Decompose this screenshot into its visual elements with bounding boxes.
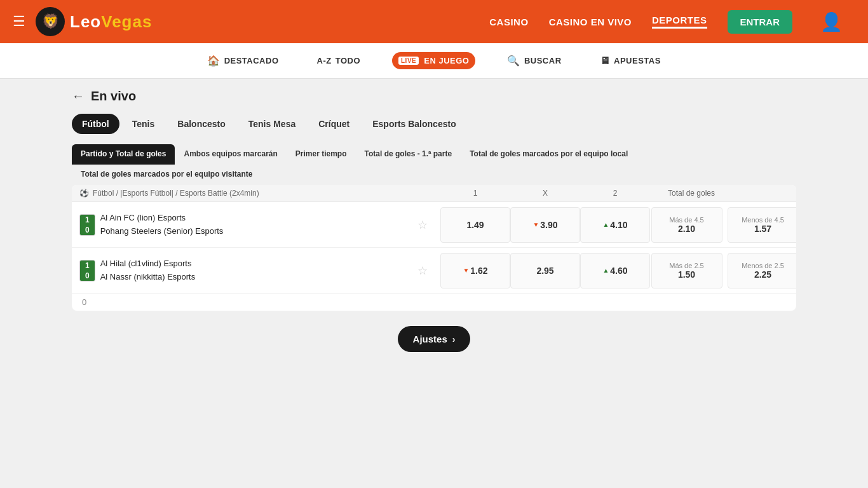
match1-odds-2-cell[interactable]: ▲ 4.10 xyxy=(580,207,650,243)
match1-score-bottom: 0 xyxy=(80,225,95,235)
az-icon: A-Z xyxy=(317,56,332,65)
match1-odds-1-value: 1.49 xyxy=(466,220,484,230)
subnav-label-en-juego: EN JUEGO xyxy=(424,56,469,65)
sport-tabs: Fútbol Tenis Baloncesto Tenis Mesa Críqu… xyxy=(72,114,796,134)
match2-total-mas-label: Más de 2.5 xyxy=(669,262,703,269)
match1-odds-2-arrow: ▲ xyxy=(602,221,609,228)
football-icon: ⚽ xyxy=(79,189,89,198)
match1-total-mas[interactable]: Más de 4.5 2.10 xyxy=(651,207,722,243)
match1-team2: Pohang Steelers (Senior) Esports xyxy=(100,225,407,238)
market-tabs: Partido y Total de goles Ambos equipos m… xyxy=(72,144,796,185)
header-left: ☰ 🦁 LeoVegas xyxy=(13,7,152,36)
page-title: En vivo xyxy=(91,89,136,104)
match2-total-mas-value: 1.50 xyxy=(678,269,695,280)
match1-score-top: 1 xyxy=(80,215,95,225)
nav-deportes[interactable]: DEPORTES xyxy=(652,15,707,29)
match1-odds-x[interactable]: ▼ 3.90 xyxy=(510,207,580,243)
col-header-1: 1 xyxy=(440,189,510,198)
category-row: ⚽ Fútbol / |Esports Fútbol| / Esports Ba… xyxy=(72,185,796,202)
match1-event: 1 0 Al Ain FC (lion) Esports Pohang Stee… xyxy=(72,207,440,243)
menu-icon[interactable]: ☰ xyxy=(13,13,25,30)
subnav-item-apuestas[interactable]: 🖥 APUESTAS xyxy=(593,51,667,71)
match1-odds-x-cell[interactable]: ▼ 3.90 xyxy=(510,207,580,243)
sport-tab-criquet[interactable]: Críquet xyxy=(308,114,360,134)
subnav-item-destacado[interactable]: 🏠 DESTACADO xyxy=(201,51,285,71)
bet-table: ⚽ Fútbol / |Esports Fútbol| / Esports Ba… xyxy=(72,185,796,311)
match1-total-menos[interactable]: Menos de 4.5 1.57 xyxy=(728,207,797,243)
match2-odds-x[interactable]: 2.95 xyxy=(510,253,580,288)
nav-casino-en-vivo[interactable]: CASINO EN VIVO xyxy=(549,17,632,27)
sport-tab-baloncesto[interactable]: Baloncesto xyxy=(167,114,235,134)
search-icon: 🔍 xyxy=(507,55,520,67)
nav-casino[interactable]: CASINO xyxy=(489,17,528,27)
chevron-right-icon: › xyxy=(452,334,456,344)
match2-odds-2-arrow: ▲ xyxy=(602,267,609,274)
col-header-2: 2 xyxy=(580,189,650,198)
match2-odds-1[interactable]: ▼ 1.62 xyxy=(440,253,510,288)
back-header: ← En vivo xyxy=(72,89,796,104)
match1-odds-2-value: 4.10 xyxy=(610,220,627,230)
match2-total-menos[interactable]: Menos de 2.5 2.25 xyxy=(728,253,797,288)
match1-odds-2[interactable]: ▲ 4.10 xyxy=(580,207,650,243)
entrar-button[interactable]: ENTRAR xyxy=(728,10,793,34)
subnav-label-destacado: DESTACADO xyxy=(224,56,279,65)
apuestas-icon: 🖥 xyxy=(600,55,611,67)
logo-area: 🦁 LeoVegas xyxy=(36,7,152,36)
market-tab-total-local[interactable]: Total de goles marcados por el equipo lo… xyxy=(461,144,637,165)
live-badge: LIVE xyxy=(398,57,419,65)
market-tab-primer-tiempo[interactable]: Primer tiempo xyxy=(287,144,356,165)
match1-total-menos-label: Menos de 4.5 xyxy=(742,216,784,224)
betting-section: Partido y Total de goles Ambos equipos m… xyxy=(72,144,796,311)
match1-odds-1-cell[interactable]: 1.49 xyxy=(440,207,510,243)
header-nav: CASINO CASINO EN VIVO DEPORTES ENTRAR 👤 xyxy=(489,10,843,34)
match1-odds-1[interactable]: 1.49 xyxy=(440,207,510,243)
match1-odds-x-value: 3.90 xyxy=(540,220,557,230)
ajustes-container: Ajustes › xyxy=(72,326,796,352)
ajustes-button[interactable]: Ajustes › xyxy=(398,326,471,352)
match1-odds-x-arrow: ▼ xyxy=(532,221,539,228)
header: ☰ 🦁 LeoVegas CASINO CASINO EN VIVO DEPOR… xyxy=(0,0,868,43)
sport-tab-futbol[interactable]: Fútbol xyxy=(72,114,119,134)
ajustes-label: Ajustes xyxy=(413,334,447,344)
market-tab-total-1a-parte[interactable]: Total de goles - 1.ª parte xyxy=(356,144,461,165)
logo-text: LeoVegas xyxy=(70,12,152,32)
match2-total-mas[interactable]: Más de 2.5 1.50 xyxy=(651,253,722,288)
match2-team2: Al Nassr (nikkitta) Esports xyxy=(100,271,407,284)
match1-teams: Al Ain FC (lion) Esports Pohang Steelers… xyxy=(100,212,407,238)
match2-odds-2-cell[interactable]: ▲ 4.60 xyxy=(580,253,650,288)
count-zero: 0 xyxy=(72,294,796,311)
sport-tab-tenis-mesa[interactable]: Tenis Mesa xyxy=(238,114,306,134)
market-tab-ambos[interactable]: Ambos equipos marcarán xyxy=(175,144,286,165)
match1-favorite-icon[interactable]: ☆ xyxy=(417,218,428,232)
logo-lion-icon: 🦁 xyxy=(36,7,65,36)
match2-total-menos-label: Menos de 2.5 xyxy=(742,262,784,269)
match2-team1: Al Hilal (cl1vlind) Esports xyxy=(100,257,407,271)
home-icon: 🏠 xyxy=(207,55,220,67)
sport-tab-tenis[interactable]: Tenis xyxy=(122,114,165,134)
match2-score-bottom: 0 xyxy=(80,271,95,281)
table-row: 1 0 Al Hilal (cl1vlind) Esports Al Nassr… xyxy=(72,248,796,294)
sport-tab-esports-baloncesto[interactable]: Esports Baloncesto xyxy=(362,114,466,134)
back-arrow-icon[interactable]: ← xyxy=(72,89,85,104)
match2-odds-1-value: 1.62 xyxy=(470,266,487,276)
market-tab-total-visitante[interactable]: Total de goles marcados por el equipo vi… xyxy=(72,165,262,185)
subnav-label-buscar: BUSCAR xyxy=(524,56,562,65)
subnav-item-todo[interactable]: A-Z TODO xyxy=(311,52,367,69)
match2-odds-2[interactable]: ▲ 4.60 xyxy=(580,253,650,288)
match2-totals: Más de 2.5 1.50 Menos de 2.5 2.25 xyxy=(650,253,796,288)
category-text: Fútbol / |Esports Fútbol| / Esports Batt… xyxy=(93,189,259,198)
subnav-item-en-juego[interactable]: LIVE EN JUEGO xyxy=(392,52,475,69)
match2-odds-x-cell[interactable]: 2.95 xyxy=(510,253,580,288)
logo-vegas-text: Vegas xyxy=(101,12,152,31)
subnav-label-apuestas: APUESTAS xyxy=(614,56,661,65)
match2-teams: Al Hilal (cl1vlind) Esports Al Nassr (ni… xyxy=(100,257,407,284)
match2-favorite-icon[interactable]: ☆ xyxy=(417,264,428,278)
match2-odds-1-cell[interactable]: ▼ 1.62 xyxy=(440,253,510,288)
category-path: ⚽ Fútbol / |Esports Fútbol| / Esports Ba… xyxy=(72,189,440,198)
market-tab-partido-total[interactable]: Partido y Total de goles xyxy=(72,144,175,165)
match2-score-badge: 1 0 xyxy=(79,260,95,281)
match2-odds-x-value: 2.95 xyxy=(536,266,553,276)
subnav-item-buscar[interactable]: 🔍 BUSCAR xyxy=(501,51,567,71)
match2-odds-2-value: 4.60 xyxy=(610,266,627,276)
user-icon[interactable]: 👤 xyxy=(820,11,843,32)
